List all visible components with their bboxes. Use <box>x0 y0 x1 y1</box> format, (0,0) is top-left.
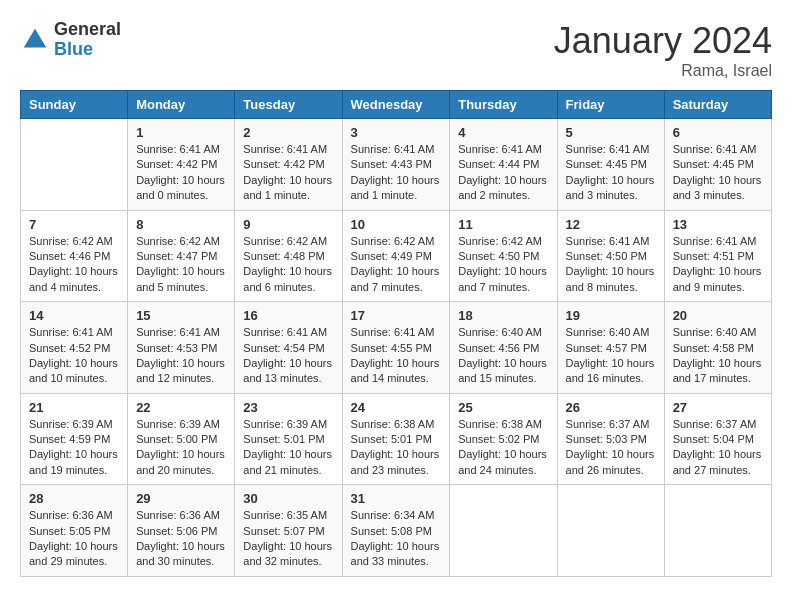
day-info: Sunrise: 6:39 AMSunset: 5:00 PMDaylight:… <box>136 417 226 479</box>
day-number: 3 <box>351 125 442 140</box>
day-info: Sunrise: 6:36 AMSunset: 5:06 PMDaylight:… <box>136 508 226 570</box>
day-number: 25 <box>458 400 548 415</box>
daylight-text: Daylight: 10 hours and 29 minutes. <box>29 539 119 570</box>
day-info: Sunrise: 6:39 AMSunset: 5:01 PMDaylight:… <box>243 417 333 479</box>
daylight-text: Daylight: 10 hours and 17 minutes. <box>673 356 763 387</box>
day-number: 30 <box>243 491 333 506</box>
sunrise-text: Sunrise: 6:41 AM <box>351 325 442 340</box>
daylight-text: Daylight: 10 hours and 5 minutes. <box>136 264 226 295</box>
calendar-cell: 31Sunrise: 6:34 AMSunset: 5:08 PMDayligh… <box>342 485 450 577</box>
calendar-cell: 14Sunrise: 6:41 AMSunset: 4:52 PMDayligh… <box>21 302 128 394</box>
logo: General Blue <box>20 20 121 60</box>
day-info: Sunrise: 6:40 AMSunset: 4:56 PMDaylight:… <box>458 325 548 387</box>
sunset-text: Sunset: 4:50 PM <box>458 249 548 264</box>
sunrise-text: Sunrise: 6:41 AM <box>136 142 226 157</box>
daylight-text: Daylight: 10 hours and 6 minutes. <box>243 264 333 295</box>
week-row-5: 28Sunrise: 6:36 AMSunset: 5:05 PMDayligh… <box>21 485 772 577</box>
sunset-text: Sunset: 5:03 PM <box>566 432 656 447</box>
sunset-text: Sunset: 4:44 PM <box>458 157 548 172</box>
sunrise-text: Sunrise: 6:36 AM <box>29 508 119 523</box>
week-row-2: 7Sunrise: 6:42 AMSunset: 4:46 PMDaylight… <box>21 210 772 302</box>
daylight-text: Daylight: 10 hours and 1 minute. <box>351 173 442 204</box>
day-number: 19 <box>566 308 656 323</box>
calendar-cell: 23Sunrise: 6:39 AMSunset: 5:01 PMDayligh… <box>235 393 342 485</box>
logo-icon <box>20 25 50 55</box>
daylight-text: Daylight: 10 hours and 7 minutes. <box>458 264 548 295</box>
day-info: Sunrise: 6:41 AMSunset: 4:43 PMDaylight:… <box>351 142 442 204</box>
daylight-text: Daylight: 10 hours and 2 minutes. <box>458 173 548 204</box>
day-number: 18 <box>458 308 548 323</box>
calendar-cell: 1Sunrise: 6:41 AMSunset: 4:42 PMDaylight… <box>128 119 235 211</box>
sunrise-text: Sunrise: 6:41 AM <box>29 325 119 340</box>
daylight-text: Daylight: 10 hours and 14 minutes. <box>351 356 442 387</box>
sunset-text: Sunset: 4:54 PM <box>243 341 333 356</box>
sunset-text: Sunset: 4:58 PM <box>673 341 763 356</box>
daylight-text: Daylight: 10 hours and 7 minutes. <box>351 264 442 295</box>
sunrise-text: Sunrise: 6:40 AM <box>673 325 763 340</box>
header-row: SundayMondayTuesdayWednesdayThursdayFrid… <box>21 91 772 119</box>
daylight-text: Daylight: 10 hours and 1 minute. <box>243 173 333 204</box>
daylight-text: Daylight: 10 hours and 3 minutes. <box>673 173 763 204</box>
logo-general: General <box>54 20 121 40</box>
calendar-cell: 27Sunrise: 6:37 AMSunset: 5:04 PMDayligh… <box>664 393 771 485</box>
calendar-cell: 8Sunrise: 6:42 AMSunset: 4:47 PMDaylight… <box>128 210 235 302</box>
sunrise-text: Sunrise: 6:41 AM <box>458 142 548 157</box>
sunrise-text: Sunrise: 6:37 AM <box>566 417 656 432</box>
week-row-3: 14Sunrise: 6:41 AMSunset: 4:52 PMDayligh… <box>21 302 772 394</box>
sunset-text: Sunset: 5:04 PM <box>673 432 763 447</box>
calendar-cell: 29Sunrise: 6:36 AMSunset: 5:06 PMDayligh… <box>128 485 235 577</box>
daylight-text: Daylight: 10 hours and 26 minutes. <box>566 447 656 478</box>
sunrise-text: Sunrise: 6:39 AM <box>136 417 226 432</box>
sunrise-text: Sunrise: 6:41 AM <box>673 234 763 249</box>
sunset-text: Sunset: 5:02 PM <box>458 432 548 447</box>
calendar-table: SundayMondayTuesdayWednesdayThursdayFrid… <box>20 90 772 577</box>
calendar-cell: 13Sunrise: 6:41 AMSunset: 4:51 PMDayligh… <box>664 210 771 302</box>
day-number: 27 <box>673 400 763 415</box>
calendar-cell: 20Sunrise: 6:40 AMSunset: 4:58 PMDayligh… <box>664 302 771 394</box>
daylight-text: Daylight: 10 hours and 15 minutes. <box>458 356 548 387</box>
calendar-cell: 17Sunrise: 6:41 AMSunset: 4:55 PMDayligh… <box>342 302 450 394</box>
header-tuesday: Tuesday <box>235 91 342 119</box>
month-title: January 2024 <box>554 20 772 62</box>
day-number: 22 <box>136 400 226 415</box>
sunset-text: Sunset: 4:49 PM <box>351 249 442 264</box>
calendar-cell: 5Sunrise: 6:41 AMSunset: 4:45 PMDaylight… <box>557 119 664 211</box>
sunset-text: Sunset: 4:46 PM <box>29 249 119 264</box>
day-number: 23 <box>243 400 333 415</box>
sunset-text: Sunset: 4:48 PM <box>243 249 333 264</box>
day-info: Sunrise: 6:38 AMSunset: 5:01 PMDaylight:… <box>351 417 442 479</box>
day-info: Sunrise: 6:41 AMSunset: 4:45 PMDaylight:… <box>673 142 763 204</box>
calendar-cell: 7Sunrise: 6:42 AMSunset: 4:46 PMDaylight… <box>21 210 128 302</box>
sunrise-text: Sunrise: 6:41 AM <box>566 142 656 157</box>
day-number: 1 <box>136 125 226 140</box>
day-number: 24 <box>351 400 442 415</box>
sunrise-text: Sunrise: 6:41 AM <box>566 234 656 249</box>
sunset-text: Sunset: 4:42 PM <box>243 157 333 172</box>
day-info: Sunrise: 6:41 AMSunset: 4:51 PMDaylight:… <box>673 234 763 296</box>
sunset-text: Sunset: 5:07 PM <box>243 524 333 539</box>
day-info: Sunrise: 6:41 AMSunset: 4:44 PMDaylight:… <box>458 142 548 204</box>
day-info: Sunrise: 6:42 AMSunset: 4:48 PMDaylight:… <box>243 234 333 296</box>
daylight-text: Daylight: 10 hours and 8 minutes. <box>566 264 656 295</box>
header-sunday: Sunday <box>21 91 128 119</box>
day-number: 9 <box>243 217 333 232</box>
calendar-cell: 28Sunrise: 6:36 AMSunset: 5:05 PMDayligh… <box>21 485 128 577</box>
daylight-text: Daylight: 10 hours and 27 minutes. <box>673 447 763 478</box>
sunrise-text: Sunrise: 6:34 AM <box>351 508 442 523</box>
day-number: 20 <box>673 308 763 323</box>
sunset-text: Sunset: 4:56 PM <box>458 341 548 356</box>
sunset-text: Sunset: 4:52 PM <box>29 341 119 356</box>
day-info: Sunrise: 6:40 AMSunset: 4:58 PMDaylight:… <box>673 325 763 387</box>
calendar-cell <box>664 485 771 577</box>
daylight-text: Daylight: 10 hours and 12 minutes. <box>136 356 226 387</box>
sunrise-text: Sunrise: 6:41 AM <box>136 325 226 340</box>
calendar-cell: 11Sunrise: 6:42 AMSunset: 4:50 PMDayligh… <box>450 210 557 302</box>
sunrise-text: Sunrise: 6:38 AM <box>351 417 442 432</box>
daylight-text: Daylight: 10 hours and 20 minutes. <box>136 447 226 478</box>
header-monday: Monday <box>128 91 235 119</box>
sunset-text: Sunset: 5:01 PM <box>351 432 442 447</box>
day-info: Sunrise: 6:39 AMSunset: 4:59 PMDaylight:… <box>29 417 119 479</box>
daylight-text: Daylight: 10 hours and 30 minutes. <box>136 539 226 570</box>
sunrise-text: Sunrise: 6:42 AM <box>243 234 333 249</box>
sunset-text: Sunset: 4:51 PM <box>673 249 763 264</box>
